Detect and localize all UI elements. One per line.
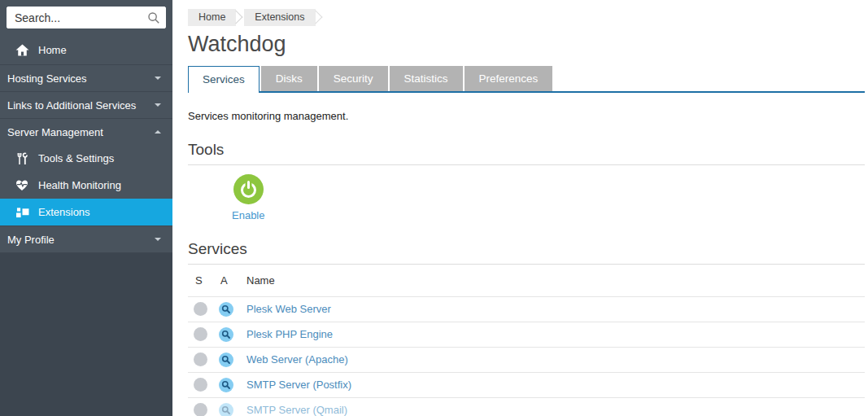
status-indicator xyxy=(194,353,207,366)
enable-button[interactable]: Enable xyxy=(232,174,264,221)
magnifier-icon xyxy=(219,302,233,317)
magnifier-icon xyxy=(219,353,233,367)
sidebar-item-label: Home xyxy=(38,44,172,56)
service-link[interactable]: SMTP Server (Qmail) xyxy=(246,404,347,416)
page-title: Watchdog xyxy=(188,32,865,57)
main-content: Home Extensions Watchdog Services Disks … xyxy=(172,0,868,416)
sidebar-item-label: Tools & Settings xyxy=(38,152,172,164)
sidebar-item-label: Hosting Services xyxy=(7,72,155,85)
breadcrumb-extensions[interactable]: Extensions xyxy=(244,9,315,26)
monitor-settings-button[interactable] xyxy=(219,302,233,317)
sidebar-item-label: My Profile xyxy=(7,234,155,246)
health-monitoring-icon xyxy=(13,179,31,191)
sidebar-item-extensions[interactable]: Extensions xyxy=(0,199,172,226)
status-indicator xyxy=(194,378,207,392)
tools-section-heading: Tools xyxy=(188,141,865,165)
services-section-heading: Services xyxy=(188,240,865,265)
power-icon xyxy=(233,174,264,204)
table-row: SMTP Server (Postfix) xyxy=(188,372,865,397)
chevron-down-icon xyxy=(155,103,161,107)
table-row: Web Server (Apache) xyxy=(188,347,865,372)
sidebar-item-my-profile[interactable]: My Profile xyxy=(0,226,172,252)
search-icon[interactable] xyxy=(147,11,160,24)
table-row: SMTP Server (Qmail) xyxy=(188,397,865,416)
sidebar-item-home[interactable]: Home xyxy=(0,35,172,64)
monitor-settings-button[interactable] xyxy=(219,353,233,367)
sidebar-item-tools-settings[interactable]: Tools & Settings xyxy=(0,145,172,172)
sidebar: Home Hosting Services Links to Additiona… xyxy=(0,0,172,416)
sidebar-item-label: Server Management xyxy=(7,126,155,138)
app-window: Home Hosting Services Links to Additiona… xyxy=(0,0,868,416)
table-header-row: S A Name xyxy=(188,265,865,296)
sidebar-item-label: Links to Additional Services xyxy=(7,99,155,112)
service-link[interactable]: Plesk Web Server xyxy=(246,303,331,315)
service-link[interactable]: Plesk PHP Engine xyxy=(246,328,333,340)
sidebar-item-label: Health Monitoring xyxy=(38,179,172,191)
tab-preferences[interactable]: Preferences xyxy=(465,66,553,91)
service-link[interactable]: SMTP Server (Postfix) xyxy=(246,379,351,391)
status-indicator xyxy=(194,302,207,316)
sidebar-item-health-monitoring[interactable]: Health Monitoring xyxy=(0,172,172,199)
table-row: Plesk PHP Engine xyxy=(188,322,865,347)
table-row: Plesk Web Server xyxy=(188,296,865,322)
service-link[interactable]: Web Server (Apache) xyxy=(246,353,348,366)
magnifier-icon xyxy=(219,327,233,342)
home-icon xyxy=(13,44,31,56)
magnifier-icon xyxy=(219,403,233,416)
breadcrumb: Home Extensions xyxy=(188,8,865,26)
monitor-settings-button[interactable] xyxy=(219,403,233,416)
status-indicator xyxy=(194,403,207,416)
column-header-action: A xyxy=(213,265,239,296)
tools-icon xyxy=(13,152,31,165)
chevron-down-icon xyxy=(155,77,161,80)
enable-button-label: Enable xyxy=(232,209,264,221)
monitor-settings-button[interactable] xyxy=(219,327,233,342)
monitor-settings-button[interactable] xyxy=(219,378,233,392)
sidebar-item-label: Extensions xyxy=(38,206,172,218)
tab-security[interactable]: Security xyxy=(319,66,388,91)
column-header-status: S xyxy=(188,265,213,296)
sidebar-filler xyxy=(0,252,172,416)
tab-disks[interactable]: Disks xyxy=(261,66,317,91)
extensions-icon xyxy=(13,206,31,218)
search-input[interactable] xyxy=(7,7,166,28)
chevron-down-icon xyxy=(155,238,161,241)
column-header-name: Name xyxy=(239,265,865,296)
sidebar-item-links-to-additional-services[interactable]: Links to Additional Services xyxy=(0,91,172,118)
tab-services[interactable]: Services xyxy=(188,66,260,93)
chevron-up-icon xyxy=(155,130,161,134)
magnifier-icon xyxy=(219,378,233,392)
services-table: S A Name Plesk Web Server xyxy=(188,265,865,416)
page-description: Services monitoring management. xyxy=(188,110,865,122)
status-indicator xyxy=(194,327,207,341)
tab-statistics[interactable]: Statistics xyxy=(390,66,463,91)
sidebar-item-hosting-services[interactable]: Hosting Services xyxy=(0,64,172,91)
tab-bar: Services Disks Security Statistics Prefe… xyxy=(188,66,865,93)
sidebar-item-server-management[interactable]: Server Management xyxy=(0,118,172,145)
sidebar-search xyxy=(0,0,172,35)
